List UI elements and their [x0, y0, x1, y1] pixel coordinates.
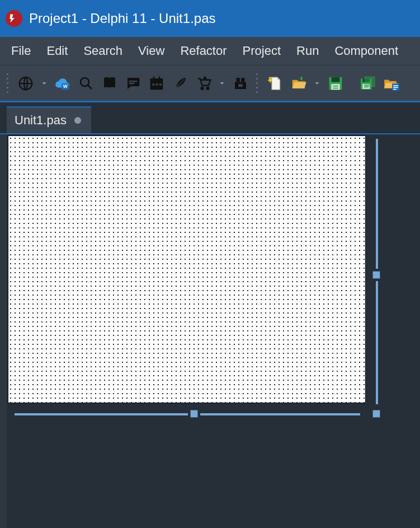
menu-refactor[interactable]: Refactor: [180, 44, 226, 58]
svg-rect-17: [241, 78, 244, 82]
editor-tab-strip: Unit1.pas: [0, 101, 420, 133]
selection-guide-vertical[interactable]: [376, 139, 378, 269]
svg-rect-10: [159, 83, 162, 86]
editor-tab-unit1[interactable]: Unit1.pas: [7, 106, 91, 133]
tool-bar: W: [0, 65, 420, 101]
open-folder-icon[interactable]: [289, 73, 309, 94]
menu-search[interactable]: Search: [83, 44, 122, 58]
svg-point-3: [81, 78, 89, 86]
title-bar: Project1 - Delphi 11 - Unit1.pas: [0, 0, 420, 37]
comment-icon[interactable]: [123, 73, 143, 94]
svg-rect-33: [393, 88, 396, 90]
form-canvas[interactable]: [8, 135, 366, 403]
toolbar-grip-2: [256, 72, 259, 95]
cart-dropdown[interactable]: [217, 80, 227, 87]
book-icon[interactable]: [100, 73, 120, 94]
svg-rect-21: [332, 84, 340, 90]
svg-rect-32: [393, 87, 398, 88]
svg-rect-12: [159, 76, 161, 80]
svg-rect-22: [333, 85, 338, 86]
cloud-word-icon[interactable]: W: [53, 73, 73, 94]
new-file-icon[interactable]: [265, 73, 285, 94]
menu-edit[interactable]: Edit: [46, 44, 68, 58]
search-icon[interactable]: [76, 73, 96, 94]
svg-rect-7: [150, 78, 163, 81]
svg-point-13: [201, 87, 204, 89]
menu-view[interactable]: View: [138, 44, 164, 58]
open-dropdown[interactable]: [312, 80, 322, 87]
svg-rect-23: [333, 87, 338, 88]
svg-text:W: W: [63, 83, 68, 89]
cart-icon[interactable]: [194, 73, 214, 94]
toolbar-grip: [7, 72, 10, 95]
svg-rect-8: [153, 83, 155, 86]
svg-rect-20: [332, 77, 340, 82]
feather-icon[interactable]: [170, 73, 190, 94]
resize-handle-right[interactable]: [372, 271, 380, 279]
globe-icon[interactable]: [16, 73, 36, 94]
save-all-icon[interactable]: [358, 73, 378, 94]
selection-guide-vertical[interactable]: [376, 281, 378, 404]
tab-label: Unit1.pas: [15, 113, 67, 128]
resize-handle-bottom[interactable]: [190, 410, 198, 418]
form-designer: [0, 133, 420, 528]
svg-rect-31: [393, 85, 398, 86]
svg-rect-4: [129, 81, 138, 82]
menu-run[interactable]: Run: [296, 44, 319, 58]
globe-dropdown[interactable]: [39, 80, 49, 87]
menu-project[interactable]: Project: [243, 44, 281, 58]
svg-rect-16: [237, 78, 240, 82]
selection-guide-horizontal[interactable]: [15, 413, 188, 415]
window-title: Project1 - Delphi 11 - Unit1.pas: [29, 11, 216, 26]
resize-handle-corner[interactable]: [372, 410, 380, 418]
package-icon[interactable]: [230, 73, 251, 94]
menu-file[interactable]: File: [11, 44, 31, 58]
svg-rect-11: [153, 76, 155, 80]
selection-guide-horizontal[interactable]: [200, 413, 360, 415]
svg-point-14: [207, 87, 209, 89]
tab-modified-indicator-icon: [74, 117, 81, 124]
app-logo-icon: [6, 10, 22, 27]
designer-viewport[interactable]: [7, 134, 420, 528]
menu-bar: File Edit Search View Refactor Project R…: [0, 37, 420, 65]
calendar-icon[interactable]: [147, 73, 167, 94]
svg-rect-5: [129, 82, 135, 84]
svg-rect-29: [365, 76, 375, 87]
save-icon[interactable]: [325, 73, 346, 94]
svg-rect-9: [156, 83, 158, 86]
menu-component[interactable]: Component: [334, 44, 398, 58]
svg-rect-18: [238, 84, 243, 87]
open-project-icon[interactable]: [381, 73, 402, 94]
